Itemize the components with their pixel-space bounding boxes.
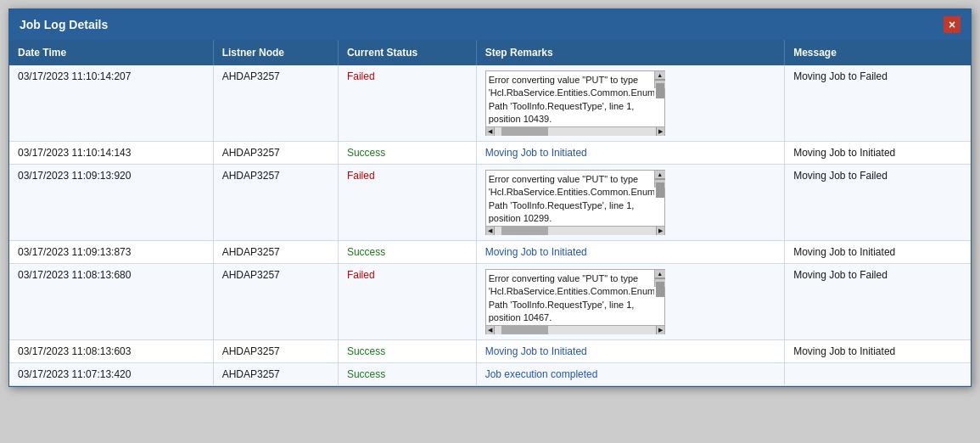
cell-node: AHDAP3257 [213, 142, 338, 165]
remarks-content: Error converting value "PUT" to type 'Hc… [486, 171, 654, 226]
cell-message: Moving Job to Failed [785, 264, 971, 340]
remarks-content: Error converting value "PUT" to type 'Hc… [486, 71, 654, 126]
remarks-text: Moving Job to Initiated [485, 345, 587, 357]
cell-status: Success [338, 241, 476, 264]
cell-remarks: Job execution completed [476, 363, 785, 386]
cell-datetime: 03/17/2023 11:10:14:143 [9, 142, 213, 165]
cell-status: Failed [338, 65, 476, 142]
cell-datetime: 03/17/2023 11:08:13:680 [9, 264, 213, 340]
cell-node: AHDAP3257 [213, 241, 338, 264]
cell-message [785, 363, 971, 386]
table-row: 03/17/2023 11:10:14:207AHDAP3257FailedEr… [9, 65, 971, 142]
modal-header: Job Log Details × [9, 9, 971, 40]
table-row: 03/17/2023 11:08:13:603AHDAP3257SuccessM… [9, 340, 971, 363]
scroll-up-arrow[interactable]: ▲ [655, 171, 665, 179]
cell-datetime: 03/17/2023 11:10:14:207 [9, 65, 213, 142]
table-row: 03/17/2023 11:09:13:920AHDAP3257FailedEr… [9, 165, 971, 241]
scroll-left-arrow[interactable]: ◀ [486, 326, 495, 334]
cell-remarks: Error converting value "PUT" to type 'Hc… [476, 264, 785, 340]
table-header-row: Date Time Listner Node Current Status St… [9, 40, 971, 65]
cell-message: Moving Job to Initiated [785, 340, 971, 363]
table-row: 03/17/2023 11:07:13:420AHDAP3257SuccessJ… [9, 363, 971, 386]
table-row: 03/17/2023 11:10:14:143AHDAP3257SuccessM… [9, 142, 971, 165]
cell-datetime: 03/17/2023 11:08:13:603 [9, 340, 213, 363]
cell-status: Success [338, 340, 476, 363]
scroll-up-arrow[interactable]: ▲ [655, 270, 665, 278]
job-log-table: Date Time Listner Node Current Status St… [9, 40, 971, 386]
cell-datetime: 03/17/2023 11:07:13:420 [9, 363, 213, 386]
modal-container: Job Log Details × Date Time Listner Node… [8, 8, 972, 387]
col-header-datetime: Date Time [9, 40, 213, 65]
col-header-remarks: Step Remarks [476, 40, 785, 65]
cell-message: Moving Job to Initiated [785, 142, 971, 165]
cell-remarks: Moving Job to Initiated [476, 241, 785, 264]
cell-node: AHDAP3257 [213, 340, 338, 363]
table-row: 03/17/2023 11:08:13:680AHDAP3257FailedEr… [9, 264, 971, 340]
col-header-status: Current Status [338, 40, 476, 65]
col-header-node: Listner Node [213, 40, 338, 65]
cell-status: Success [338, 363, 476, 386]
scroll-up-arrow[interactable]: ▲ [655, 71, 665, 80]
scroll-right-arrow[interactable]: ▶ [656, 127, 664, 136]
scroll-right-arrow[interactable]: ▶ [656, 227, 664, 235]
close-button[interactable]: × [944, 16, 960, 33]
cell-node: AHDAP3257 [213, 363, 338, 386]
remarks-text: Moving Job to Initiated [485, 246, 587, 258]
cell-message: Moving Job to Failed [785, 65, 971, 142]
remarks-text: Moving Job to Initiated [485, 147, 587, 159]
cell-remarks: Moving Job to Initiated [476, 142, 785, 165]
remarks-content: Error converting value "PUT" to type 'Hc… [486, 270, 654, 325]
remarks-text: Job execution completed [485, 368, 598, 380]
cell-node: AHDAP3257 [213, 65, 338, 142]
cell-node: AHDAP3257 [213, 165, 338, 241]
cell-node: AHDAP3257 [213, 264, 338, 340]
cell-status: Failed [338, 264, 476, 340]
cell-remarks: Error converting value "PUT" to type 'Hc… [476, 165, 785, 241]
table-row: 03/17/2023 11:09:13:873AHDAP3257SuccessM… [9, 241, 971, 264]
cell-datetime: 03/17/2023 11:09:13:920 [9, 165, 213, 241]
col-header-message: Message [785, 40, 971, 65]
scroll-left-arrow[interactable]: ◀ [486, 227, 495, 235]
modal-title: Job Log Details [20, 18, 108, 31]
cell-status: Failed [338, 165, 476, 241]
cell-remarks: Error converting value "PUT" to type 'Hc… [476, 65, 785, 142]
cell-message: Moving Job to Initiated [785, 241, 971, 264]
cell-message: Moving Job to Failed [785, 165, 971, 241]
cell-status: Success [338, 142, 476, 165]
scroll-right-arrow[interactable]: ▶ [656, 326, 664, 334]
scroll-left-arrow[interactable]: ◀ [486, 127, 495, 136]
cell-remarks: Moving Job to Initiated [476, 340, 785, 363]
cell-datetime: 03/17/2023 11:09:13:873 [9, 241, 213, 264]
